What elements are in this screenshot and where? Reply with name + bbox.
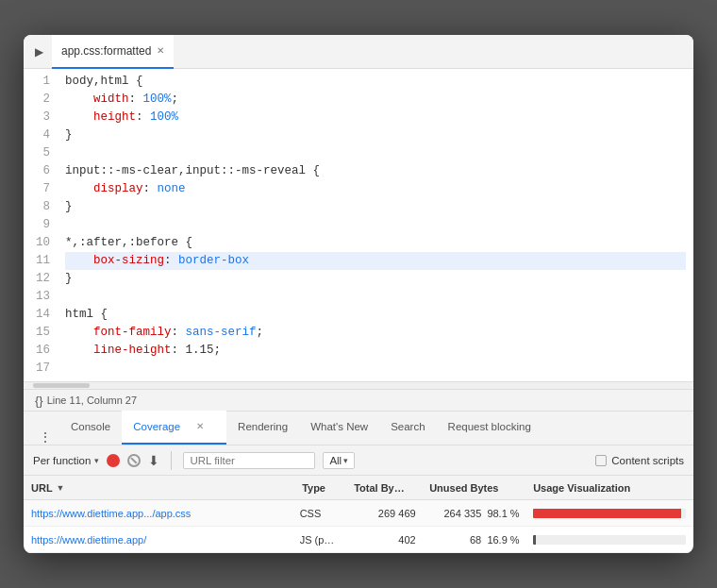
code-line-13 xyxy=(65,288,686,306)
tab-console[interactable]: Console xyxy=(59,411,122,445)
all-dropdown-arrow: ▾ xyxy=(343,456,348,465)
table-row[interactable]: https://www.diettime.app/ JS (p… 402 68 … xyxy=(24,527,693,553)
usage-used-2 xyxy=(533,535,536,545)
content-scripts-label: Content scripts xyxy=(611,455,684,466)
col-header-vis-label: Usage Visualization xyxy=(533,482,630,494)
bracket-icon: {} xyxy=(35,394,43,408)
tab-request-blocking[interactable]: Request blocking xyxy=(437,411,542,445)
unused-value-2: 68 xyxy=(470,534,481,546)
col-header-total-label: Total By… xyxy=(354,482,405,494)
line-numbers: 12345 678910 1112131415 1617 xyxy=(24,73,58,378)
status-bar: {} Line 11, Column 27 xyxy=(24,389,693,412)
record-button[interactable] xyxy=(107,454,120,467)
cell-url-2: https://www.diettime.app/ xyxy=(24,534,294,546)
coverage-toolbar: Per function ▾ ⬇ All ▾ Content scripts xyxy=(24,445,693,476)
code-content: body,html { width: 100%; height: 100% } … xyxy=(58,73,693,378)
code-line-16: line-height: 1.15; xyxy=(65,342,686,360)
unused-pct-1: 98.1 % xyxy=(487,508,519,519)
editor-hscrollbar[interactable] xyxy=(24,381,693,389)
code-line-4: } xyxy=(65,126,686,144)
usage-bar-1 xyxy=(533,509,686,518)
tab-request-blocking-label: Request blocking xyxy=(448,421,531,432)
tab-rendering[interactable]: Rendering xyxy=(226,411,299,445)
url-filter-input[interactable] xyxy=(183,452,315,469)
tab-whats-new[interactable]: What's New xyxy=(299,411,379,445)
per-function-label: Per function xyxy=(33,455,91,466)
type-value-2: JS (p… xyxy=(300,534,335,546)
cell-vis-2 xyxy=(525,535,693,545)
code-line-2: width: 100%; xyxy=(65,91,686,109)
title-bar: ▶ app.css:formatted ✕ xyxy=(24,35,693,69)
col-header-url[interactable]: URL ▼ xyxy=(24,482,296,494)
devtools-tab-bar: ⋮ Console Coverage ✕ Rendering What's Ne… xyxy=(24,412,693,445)
cell-type-1: CSS xyxy=(294,508,346,519)
total-value-2: 402 xyxy=(398,534,415,546)
col-header-type-label: Type xyxy=(302,482,325,494)
cell-total-1: 269 469 xyxy=(346,508,422,519)
cell-type-2: JS (p… xyxy=(294,534,346,546)
code-line-6: input::-ms-clear,input::-ms-reveal { xyxy=(65,162,686,180)
per-function-dropdown-arrow: ▾ xyxy=(94,456,99,465)
table-row[interactable]: https://www.diettime.app.../app.css CSS … xyxy=(24,500,693,527)
code-line-17 xyxy=(65,360,686,378)
download-button[interactable]: ⬇ xyxy=(148,453,159,468)
col-header-type[interactable]: Type xyxy=(296,482,348,494)
col-header-total[interactable]: Total By… xyxy=(348,482,424,494)
toolbar-separator xyxy=(171,451,172,470)
file-tab-close[interactable]: ✕ xyxy=(157,45,164,56)
per-function-selector[interactable]: Per function ▾ xyxy=(33,455,99,466)
all-select[interactable]: All ▾ xyxy=(323,452,355,469)
total-value-1: 269 469 xyxy=(378,508,416,519)
col-header-unused-label: Unused Bytes xyxy=(429,482,498,494)
table-header-row: URL ▼ Type Total By… Unused Bytes Usage … xyxy=(24,476,693,500)
block-button[interactable] xyxy=(127,454,141,467)
panel-icon: ▶ xyxy=(31,44,46,59)
col-header-url-label: URL xyxy=(31,482,53,494)
code-line-1: body,html { xyxy=(65,73,686,91)
cell-vis-1 xyxy=(525,509,693,518)
cursor-position: Line 11, Column 27 xyxy=(47,395,137,406)
devtools-window: ▶ app.css:formatted ✕ 12345 678910 11121… xyxy=(24,35,693,553)
file-tab-label: app.css:formatted xyxy=(61,44,151,58)
cell-url-1: https://www.diettime.app.../app.css xyxy=(24,508,294,519)
content-scripts-option[interactable]: Content scripts xyxy=(595,455,684,466)
editor-hscroll-thumb[interactable] xyxy=(33,383,90,388)
file-tab[interactable]: app.css:formatted ✕ xyxy=(52,35,174,69)
code-line-8: } xyxy=(65,198,686,216)
url-value-2: https://www.diettime.app/ xyxy=(31,534,146,546)
url-sort-arrow: ▼ xyxy=(57,483,65,493)
unused-pct-2: 16.9 % xyxy=(487,534,519,546)
url-value-1: https://www.diettime.app.../app.css xyxy=(31,508,191,519)
tab-coverage-label: Coverage xyxy=(133,421,180,432)
all-select-label: All xyxy=(329,455,342,466)
unused-value-1: 264 335 xyxy=(443,508,481,519)
code-line-11: box-sizing: border-box xyxy=(65,252,686,270)
code-line-5 xyxy=(65,144,686,162)
code-editor: 12345 678910 1112131415 1617 body,html {… xyxy=(24,69,693,389)
content-scripts-checkbox[interactable] xyxy=(595,455,607,466)
col-header-unused[interactable]: Unused Bytes xyxy=(424,482,527,494)
code-view: 12345 678910 1112131415 1617 body,html {… xyxy=(24,69,693,381)
code-line-14: html { xyxy=(65,306,686,324)
cell-unused-1: 264 335 98.1 % xyxy=(422,508,525,519)
col-header-vis[interactable]: Usage Visualization xyxy=(527,482,693,494)
usage-used-1 xyxy=(533,509,682,518)
cell-unused-2: 68 16.9 % xyxy=(422,534,525,546)
code-line-15: font-family: sans-serif; xyxy=(65,324,686,342)
usage-bar-2 xyxy=(533,535,686,545)
tab-search[interactable]: Search xyxy=(379,411,436,445)
tab-search-label: Search xyxy=(391,421,425,432)
tab-coverage[interactable]: Coverage ✕ xyxy=(122,411,226,445)
cell-total-2: 402 xyxy=(346,534,422,546)
code-line-10: *,:after,:before { xyxy=(65,234,686,252)
code-line-12: } xyxy=(65,270,686,288)
coverage-table: URL ▼ Type Total By… Unused Bytes Usage … xyxy=(24,476,693,553)
devtools-menu-icon[interactable]: ⋮ xyxy=(31,429,59,445)
tab-console-label: Console xyxy=(71,421,110,432)
code-line-7: display: none xyxy=(65,180,686,198)
tab-whats-new-label: What's New xyxy=(310,421,368,432)
type-value-1: CSS xyxy=(300,508,322,519)
code-line-9 xyxy=(65,216,686,234)
tab-coverage-close[interactable]: ✕ xyxy=(185,410,215,444)
code-line-3: height: 100% xyxy=(65,109,686,126)
